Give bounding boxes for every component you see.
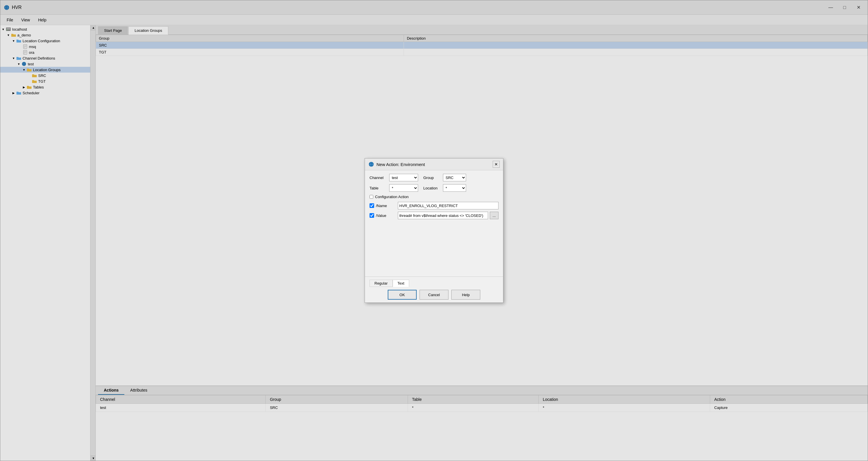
group-label: Group (423, 176, 441, 180)
channel-group-row: Channel test Group SRC TGT (370, 174, 498, 181)
modal-title-content: New Action: Environment (368, 161, 425, 167)
modal-tab-text[interactable]: Text (393, 280, 409, 287)
group-select[interactable]: SRC TGT (443, 174, 466, 181)
modal-close-button[interactable]: ✕ (493, 161, 500, 168)
modal-buttons: OK Cancel Help (365, 290, 503, 300)
modal-body: Channel test Group SRC TGT Table * Locat… (365, 170, 503, 276)
location-select[interactable]: * (443, 184, 466, 192)
table-label: Table (370, 186, 387, 190)
cancel-button[interactable]: Cancel (420, 290, 448, 300)
new-action-modal: New Action: Environment ✕ Channel test G… (365, 158, 503, 303)
table-select[interactable]: * (389, 184, 418, 192)
channel-label: Channel (370, 176, 387, 180)
table-location-row: Table * Location * (370, 184, 498, 192)
name-param-row: /Name (370, 202, 498, 209)
ok-button[interactable]: OK (388, 290, 417, 300)
help-button[interactable]: Help (451, 290, 480, 300)
config-action-row: Configuration Action (370, 195, 498, 199)
modal-title-bar: New Action: Environment ✕ (365, 158, 503, 170)
value-checkbox[interactable] (370, 213, 374, 218)
value-browse-button[interactable]: ... (490, 212, 498, 219)
value-label: /Value (376, 213, 396, 218)
channel-select[interactable]: test (389, 174, 418, 181)
modal-tabs: Regular Text (365, 280, 503, 287)
value-param-row: /Value ... (370, 212, 498, 219)
location-label: Location (423, 186, 441, 190)
config-action-checkbox[interactable] (370, 195, 373, 199)
modal-tab-regular[interactable]: Regular (370, 280, 393, 287)
value-input[interactable] (398, 212, 488, 219)
name-input[interactable] (398, 202, 498, 209)
name-label: /Name (376, 204, 396, 208)
modal-footer: Regular Text OK Cancel Help (365, 276, 503, 303)
modal-overlay: New Action: Environment ✕ Channel test G… (0, 0, 868, 461)
modal-globe-icon (368, 161, 374, 167)
name-checkbox[interactable] (370, 203, 374, 208)
modal-title-text: New Action: Environment (376, 162, 425, 167)
config-action-label[interactable]: Configuration Action (375, 195, 408, 199)
